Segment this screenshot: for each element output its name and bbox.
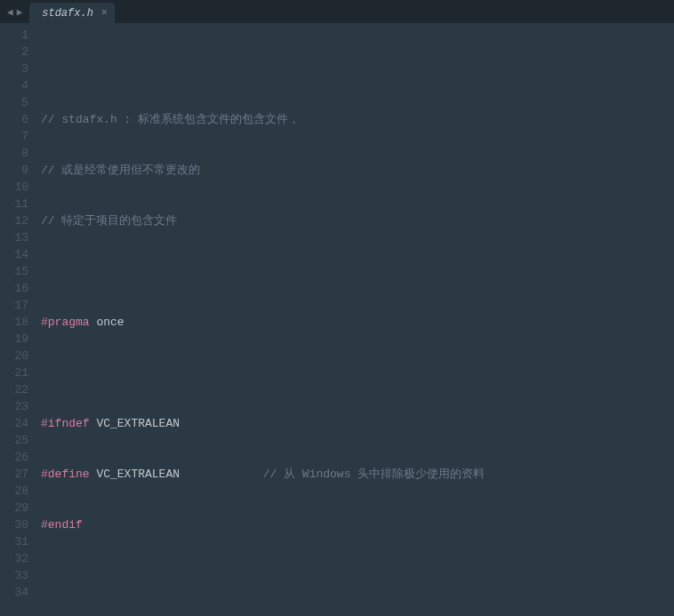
code-line bbox=[41, 60, 674, 77]
line-number: 27 bbox=[0, 466, 28, 483]
line-number: 28 bbox=[0, 483, 28, 500]
line-number: 15 bbox=[0, 263, 28, 280]
line-number: 2 bbox=[0, 44, 28, 60]
line-number: 26 bbox=[0, 449, 28, 466]
code-area[interactable]: // stdafx.h : 标准系统包含文件的包含文件， // 或是经常使用但不… bbox=[41, 23, 674, 616]
titlebar: ◀ ▶ stdafx.h × bbox=[0, 0, 674, 23]
line-number: 22 bbox=[0, 381, 28, 398]
code-line bbox=[41, 263, 674, 280]
code-line: #pragma once bbox=[41, 314, 674, 331]
close-icon[interactable]: × bbox=[101, 7, 108, 20]
line-number: 6 bbox=[0, 111, 28, 128]
code-line: // 特定于项目的包含文件 bbox=[41, 212, 674, 229]
nav-arrows: ◀ ▶ bbox=[0, 0, 29, 23]
editor: 1 2 3 4 5 6 7 8 9 10 11 12 13 14 15 16 1… bbox=[0, 23, 674, 616]
line-number: 4 bbox=[0, 77, 28, 94]
line-number: 13 bbox=[0, 229, 28, 246]
line-number: 23 bbox=[0, 398, 28, 415]
line-number-gutter: 1 2 3 4 5 6 7 8 9 10 11 12 13 14 15 16 1… bbox=[0, 23, 41, 616]
line-number: 12 bbox=[0, 212, 28, 229]
line-number: 1 bbox=[0, 27, 28, 44]
line-number: 20 bbox=[0, 348, 28, 364]
nav-back-icon[interactable]: ◀ bbox=[7, 6, 13, 18]
line-number: 21 bbox=[0, 364, 28, 381]
line-number: 34 bbox=[0, 584, 28, 601]
line-number: 16 bbox=[0, 280, 28, 297]
code-line: #ifndef VC_EXTRALEAN bbox=[41, 415, 674, 432]
line-number: 8 bbox=[0, 145, 28, 162]
line-number: 3 bbox=[0, 60, 28, 77]
line-number: 31 bbox=[0, 533, 28, 550]
code-line: // 或是经常使用但不常更改的 bbox=[41, 162, 674, 179]
line-number: 17 bbox=[0, 297, 28, 314]
line-number: 29 bbox=[0, 500, 28, 516]
nav-forward-icon[interactable]: ▶ bbox=[17, 6, 23, 18]
line-number: 30 bbox=[0, 516, 28, 533]
line-number: 25 bbox=[0, 432, 28, 449]
code-line bbox=[41, 567, 674, 584]
line-number: 32 bbox=[0, 550, 28, 567]
code-line bbox=[41, 364, 674, 381]
line-number: 9 bbox=[0, 162, 28, 179]
line-number: 10 bbox=[0, 179, 28, 196]
tab-title: stdafx.h bbox=[42, 7, 93, 20]
line-number: 33 bbox=[0, 567, 28, 584]
line-number: 18 bbox=[0, 314, 28, 331]
line-number: 19 bbox=[0, 331, 28, 348]
tab-stdafx[interactable]: stdafx.h × bbox=[29, 3, 115, 23]
line-number: 11 bbox=[0, 196, 28, 212]
line-number: 5 bbox=[0, 94, 28, 111]
line-number: 14 bbox=[0, 246, 28, 263]
line-number: 7 bbox=[0, 128, 28, 145]
line-number: 24 bbox=[0, 415, 28, 432]
code-line: #endif bbox=[41, 516, 674, 533]
code-line: // stdafx.h : 标准系统包含文件的包含文件， bbox=[41, 111, 674, 128]
code-line: #define VC_EXTRALEAN // 从 Windows 头中排除极少… bbox=[41, 466, 674, 483]
